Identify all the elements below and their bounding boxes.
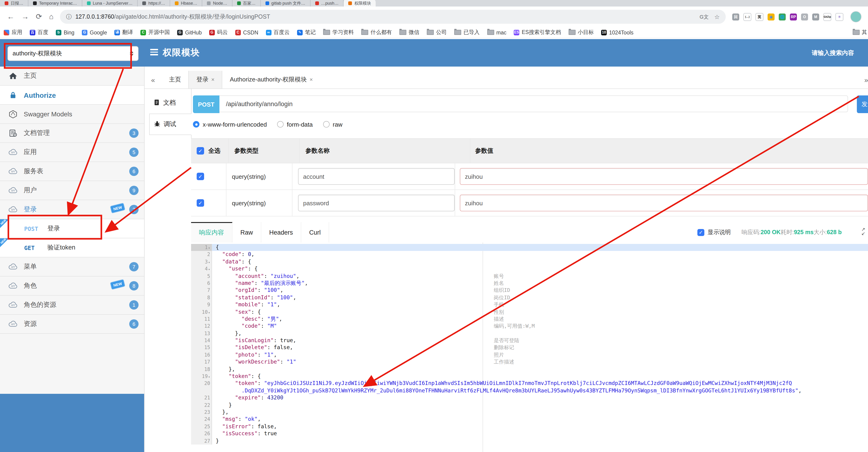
sidebar-item-文档管理[interactable]: 文档管理3 — [0, 124, 144, 143]
bookmark-item[interactable]: ✎笔记 — [293, 29, 319, 36]
send-button[interactable]: 发送 — [857, 95, 868, 113]
sidebar-item-资源[interactable]: API资源6 — [0, 315, 144, 334]
home-icon[interactable]: ⌂ — [49, 13, 54, 21]
sidebar-item-应用[interactable]: API应用5 — [0, 143, 144, 162]
browser-tab[interactable]: Node… — [202, 0, 232, 6]
sidebar-item-主页[interactable]: 主页 — [0, 66, 144, 86]
extension-icon[interactable]: 🌐 — [779, 13, 786, 20]
bookmark-item[interactable]: GGitHub — [174, 30, 206, 35]
browser-tab[interactable]: Hbase… — [170, 0, 202, 6]
side-nav-调试[interactable]: 调试 — [149, 114, 191, 135]
bookmark-item[interactable]: 公司 — [423, 29, 451, 36]
param-name-input[interactable]: account — [298, 168, 455, 185]
header-search-placeholder[interactable]: 请输入搜索内容 — [812, 49, 854, 57]
browser-tab[interactable]: https://… — [137, 0, 170, 6]
response-body-editor[interactable]: 1▾{2 "code": 0,3▾ "data": {4▾ "user": {5… — [191, 243, 868, 452]
bookmark-item[interactable]: mac — [483, 30, 510, 35]
page-info-icon[interactable]: ⓘ — [66, 14, 71, 20]
param-name-input[interactable]: password — [298, 195, 455, 211]
browser-tab[interactable]: …push… — [310, 0, 344, 6]
content-type-option[interactable]: form-data — [277, 121, 313, 128]
fold-icon[interactable]: ▾ — [208, 311, 210, 314]
bookmark-item[interactable]: GGoogle — [78, 30, 111, 35]
bookmark-item[interactable]: 学习资料 — [319, 29, 358, 36]
extension-icon[interactable]: 回 — [732, 13, 739, 20]
close-tab-icon[interactable]: × — [211, 76, 215, 83]
menu-toggle-icon[interactable] — [150, 49, 158, 57]
bookmark-item[interactable]: 百百度 — [26, 29, 52, 36]
sidebar-item-服务表[interactable]: API服务表6 — [0, 162, 144, 181]
extension-icon[interactable]: 英 — [755, 13, 764, 21]
browser-tab[interactable]: 日报… — [0, 0, 28, 6]
module-select[interactable]: authority-权限模块 — [7, 46, 138, 61]
sidebar-item-角色[interactable]: API角色NEW8 — [0, 277, 144, 295]
sidebar-item-Authorize[interactable]: Authorize — [0, 86, 144, 105]
bookmark-item[interactable]: 小目标 — [565, 29, 597, 36]
extension-icon[interactable]: O — [801, 13, 808, 20]
browser-tab[interactable]: 百家… — [232, 0, 260, 6]
param-checkbox[interactable]: ✓ — [197, 199, 204, 207]
workspace-tab-Authorize-authority-权限模块[interactable]: Authorize-authority-权限模块× — [222, 71, 320, 88]
fold-icon[interactable]: ▾ — [208, 268, 210, 272]
radio-icon[interactable] — [277, 121, 284, 128]
sidebar-item-Swagger Models[interactable]: Swagger Models — [0, 105, 144, 124]
extension-icon[interactable]: RP — [790, 13, 797, 20]
bookmark-star-icon[interactable]: ☆ — [714, 13, 720, 20]
response-tab-Curl[interactable]: Curl — [301, 222, 329, 243]
request-url-input[interactable]: /api/authority/anno/login — [219, 95, 848, 112]
bookmark-item[interactable]: 101024Tools — [597, 30, 637, 35]
extension-icon[interactable]: {…} — [743, 13, 751, 21]
side-nav-文档[interactable]: 文档 — [149, 92, 191, 114]
show-desc-checkbox[interactable]: ✓ — [698, 229, 704, 236]
bookmark-item[interactable]: ESES搜索引擎文档 — [510, 29, 565, 36]
sidebar-item-菜单[interactable]: API菜单7 — [0, 257, 144, 277]
collapse-tabs-icon[interactable]: « — [145, 71, 161, 88]
profile-avatar[interactable] — [850, 11, 862, 22]
content-type-option[interactable]: x-www-form-urlencoded — [193, 121, 267, 128]
sidebar-item-登录[interactable]: API登录NEW2 — [0, 200, 144, 219]
sidebar-subitem-登录[interactable]: NEWPOST登录 — [0, 219, 144, 238]
bookmark-item[interactable]: 微信 — [396, 29, 423, 36]
bookmark-item[interactable]: 什么都有 — [358, 29, 396, 36]
translate-icon[interactable]: G文 — [700, 13, 709, 20]
bookmark-item[interactable]: 译翻译 — [111, 29, 137, 36]
bookmark-item[interactable]: CCSDN — [231, 30, 262, 35]
select-all-checkbox[interactable]: ✓ — [197, 147, 204, 154]
sidebar-item-角色的资源[interactable]: API角色的资源1 — [0, 295, 144, 315]
workspace-tab-登录[interactable]: 登录× — [188, 71, 222, 88]
content-type-option[interactable]: raw — [323, 121, 342, 128]
fold-icon[interactable]: ▾ — [208, 375, 210, 379]
browser-tab[interactable]: Temporary Interac… — [28, 0, 82, 6]
extension-icon[interactable]: GitZip — [824, 13, 831, 21]
response-tab-Headers[interactable]: Headers — [261, 222, 301, 243]
bookmark-item[interactable]: ∞百度云 — [262, 29, 293, 36]
browser-tab[interactable]: gitlab push 文件… — [260, 0, 310, 6]
fold-icon[interactable]: ▾ — [208, 261, 210, 264]
workspace-tab-主页[interactable]: 主页 — [161, 71, 188, 88]
address-bar[interactable]: ⓘ 127.0.0.1:8760/api/gate/doc.html#/auth… — [60, 10, 726, 24]
forward-icon[interactable]: → — [21, 13, 29, 21]
param-value-input[interactable]: zuihou — [460, 168, 868, 185]
bookmark-item[interactable]: bBing — [52, 30, 78, 35]
fold-icon[interactable]: ▾ — [208, 246, 210, 250]
sidebar-subitem-验证token[interactable]: NEWGET验证token — [0, 238, 144, 257]
radio-icon[interactable] — [323, 121, 330, 128]
response-tab-Raw[interactable]: Raw — [232, 222, 261, 243]
extension-icon[interactable]: ✳ — [835, 13, 843, 21]
param-checkbox[interactable]: ✓ — [197, 173, 204, 180]
sidebar-item-用户[interactable]: API用户9 — [0, 181, 144, 200]
response-tab-响应内容[interactable]: 响应内容 — [191, 222, 232, 243]
expand-tabs-icon[interactable]: » — [858, 71, 868, 88]
fullscreen-icon[interactable]: ↗↙ — [861, 227, 865, 235]
reload-icon[interactable]: ⟳ — [36, 13, 42, 21]
close-tab-icon[interactable]: × — [310, 76, 313, 83]
bookmark-item[interactable]: 其 — [849, 29, 868, 36]
radio-icon[interactable] — [193, 121, 199, 128]
bookmark-item[interactable]: 应用 — [0, 29, 26, 36]
bookmark-item[interactable]: C开源中国 — [137, 29, 174, 36]
extension-icon[interactable]: ◉ — [768, 13, 775, 20]
back-icon[interactable]: ← — [7, 13, 14, 21]
bookmark-item[interactable]: G码云 — [206, 29, 231, 36]
param-value-input[interactable]: zuihou — [460, 195, 868, 211]
browser-tab[interactable]: 权限模块 — [344, 0, 376, 6]
